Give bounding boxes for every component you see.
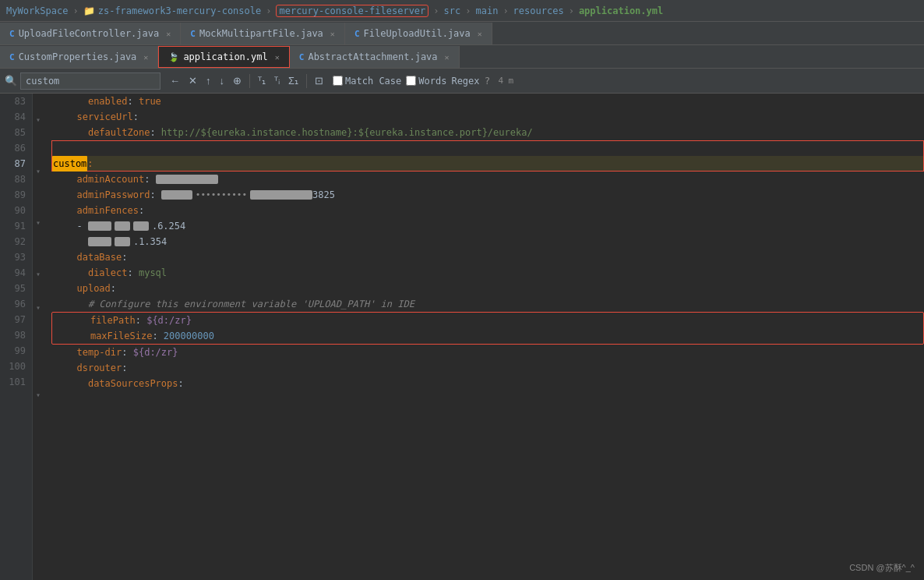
key-tempdir: temp-dir — [76, 345, 122, 360]
fold-96 — [33, 315, 44, 331]
match-case-checkbox[interactable] — [333, 76, 343, 86]
breadcrumb-bar: MyWorkSpace › 📁 zs-framework3-mercury-co… — [0, 0, 924, 22]
key-dataSourcesProps: dataSourcesProps — [88, 376, 178, 391]
code-line-93: dataBase : — [50, 249, 924, 265]
val-true: true — [139, 94, 161, 109]
next-match-button[interactable]: ↑ — [203, 73, 214, 88]
tab-application-yml[interactable]: 🍃 application.yml ✕ — [158, 46, 289, 68]
tabs-row-2: C CustomProperties.java ✕ 🍃 application.… — [0, 45, 924, 69]
code-line-100: dsrouter : — [50, 360, 924, 376]
val-mysql: mysql — [139, 265, 167, 281]
tab-close-btn[interactable]: ✕ — [445, 53, 450, 62]
fold-87[interactable]: ▾ — [33, 163, 44, 179]
tab-abstract-attachment[interactable]: C AbstractAttachment.java ✕ — [290, 46, 460, 68]
tab-upload-controller[interactable]: C UploadFileController.java ✕ — [0, 23, 181, 44]
watermark: CSDN @苏酥^_^ — [849, 562, 915, 574]
search-icon: 🔍 — [5, 75, 17, 87]
line-num-101: 101 — [6, 374, 26, 390]
line-num-92: 92 — [6, 234, 26, 249]
search-match-custom: custom — [52, 156, 87, 172]
code-line-101: dataSourcesProps : — [50, 376, 924, 391]
code-line-86 — [51, 140, 924, 156]
tab-label: UploadFileController.java — [19, 28, 160, 39]
val-filepath: ${d:/zr} — [146, 313, 192, 328]
fold-100[interactable]: ▾ — [33, 387, 44, 402]
help-icon[interactable]: ? — [485, 75, 491, 87]
prev-match-button2[interactable]: ↓ — [217, 73, 228, 88]
search-actions: ← ✕ ↑ ↓ ⊕ ᵀ₁ ᵀᵢ Σ₁ ⊡ — [167, 73, 326, 88]
prev-match-button[interactable]: ← — [167, 73, 183, 88]
filter-icon-button[interactable]: ⊡ — [312, 73, 326, 88]
find-occurrences-button[interactable]: ⊕ — [230, 73, 245, 88]
fold-85 — [33, 127, 44, 143]
file-crumb[interactable]: application.yml — [579, 5, 663, 16]
c-icon: C — [299, 52, 305, 62]
code-line-92: .1.354 — [50, 234, 924, 249]
line-numbers: 83 84 85 86 87 88 89 90 91 92 93 94 95 9… — [0, 94, 33, 580]
fold-86 — [33, 145, 44, 161]
project-crumb[interactable]: zs-framework3-mercury-console — [98, 5, 262, 16]
code-line-94: dialect : mysql — [50, 265, 924, 281]
src-crumb[interactable]: src — [444, 5, 461, 16]
tab-file-upload-util[interactable]: C FileUploadUtil.java ✕ — [345, 23, 492, 44]
key-defaultZone: defaultZone — [88, 125, 150, 140]
fold-95[interactable]: ▾ — [33, 299, 44, 315]
tab-close-btn[interactable]: ✕ — [275, 53, 280, 62]
code-content: enabled : true serviceUrl : defaultZone … — [44, 94, 924, 580]
search-divider2 — [306, 74, 307, 88]
fold-93[interactable]: ▾ — [33, 266, 44, 281]
line-num-96: 96 — [6, 296, 26, 312]
filter-button1[interactable]: ᵀ₁ — [255, 73, 269, 88]
redacted-ip2b — [115, 237, 130, 246]
fold-97 — [33, 333, 44, 348]
c-icon: C — [9, 52, 15, 62]
clear-search-button[interactable]: ✕ — [185, 73, 200, 88]
line-num-97: 97 — [6, 312, 26, 327]
editor-area: 83 84 85 86 87 88 89 90 91 92 93 94 95 9… — [0, 94, 924, 580]
fold-99 — [33, 369, 44, 384]
comment-upload: # Configure this environment variable 'U… — [88, 296, 414, 312]
key-adminAccount: adminAccount — [76, 172, 144, 187]
regex-label: Regex — [451, 76, 479, 87]
tab-custom-properties[interactable]: C CustomProperties.java ✕ — [0, 46, 158, 68]
words-checkbox[interactable] — [406, 76, 416, 86]
fold-90[interactable]: ▾ — [33, 214, 44, 230]
tab-close-btn[interactable]: ✕ — [143, 53, 148, 62]
code-line-83: enabled : true — [50, 94, 924, 109]
fold-84[interactable]: ▾ — [33, 111, 44, 127]
line-num-99: 99 — [6, 343, 26, 359]
filter-button3[interactable]: Σ₁ — [285, 73, 302, 88]
tab-mock-multipart[interactable]: C MockMultipartFile.java ✕ — [181, 23, 345, 44]
search-options: Match Case Words Regex ? 4 m — [333, 75, 513, 87]
words-label[interactable]: Words — [406, 76, 446, 87]
match-case-label[interactable]: Match Case — [333, 76, 401, 87]
fold-gutter: ▾ ▾ ▾ ▾ ▾ ▾ — [33, 94, 44, 580]
line-num-83: 83 — [6, 94, 26, 109]
redacted-ip1c — [133, 221, 149, 231]
workspace-crumb[interactable]: MyWorkSpace — [6, 5, 68, 16]
match-case-text: Match Case — [345, 76, 401, 87]
val-maxfilesize: 200000000 — [164, 328, 214, 344]
module-crumb[interactable]: mercury-console-fileserver — [276, 5, 428, 17]
fold-88 — [33, 179, 44, 194]
code-line-85: defaultZone : http://${eureka.instance.h… — [50, 125, 924, 140]
tab-close-btn[interactable]: ✕ — [166, 30, 171, 38]
tab-label: application.yml — [183, 51, 267, 62]
upload-highlight-box: filePath : ${d:/zr} maxFileSize : 200000… — [51, 312, 924, 345]
line-num-88: 88 — [6, 172, 26, 187]
key-dialect: dialect — [88, 265, 128, 281]
filter-button2[interactable]: ᵀᵢ — [271, 73, 283, 88]
tab-close-btn[interactable]: ✕ — [478, 30, 482, 38]
search-input[interactable] — [20, 72, 160, 90]
code-line-97: filePath : ${d:/zr} — [52, 313, 923, 328]
fold-91 — [33, 230, 44, 246]
words-text: Words — [418, 76, 446, 87]
code-line-99: temp-dir : ${d:/zr} — [50, 345, 924, 360]
val-tempdir: ${d:/zr} — [133, 345, 178, 360]
c-icon: C — [190, 29, 196, 39]
resources-crumb[interactable]: resources — [513, 5, 564, 16]
line-num-85: 85 — [6, 125, 26, 140]
tab-close-btn[interactable]: ✕ — [330, 30, 335, 38]
search-divider — [249, 74, 250, 88]
main-crumb[interactable]: main — [475, 5, 498, 16]
